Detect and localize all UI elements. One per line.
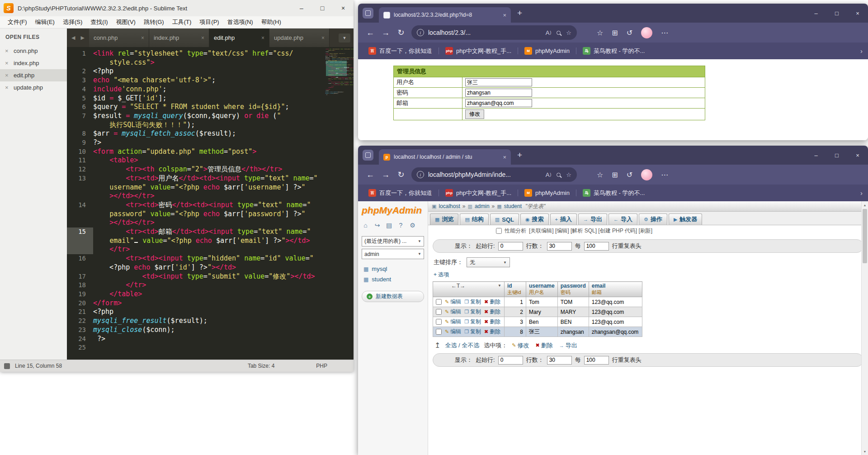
- bookmark-item[interactable]: phpphp中文网-教程_手...: [441, 187, 515, 199]
- pma-tab-search[interactable]: ◉搜索: [520, 213, 549, 225]
- query-window-icon[interactable]: ▤: [385, 221, 393, 229]
- bookmark-item[interactable]: phpphp中文网-教程_手...: [441, 45, 515, 57]
- bookmark-item[interactable]: 鸟菜鸟教程 - 学的不...: [579, 45, 649, 57]
- database-select[interactable]: admin ▼: [362, 249, 424, 259]
- editor-tab[interactable]: index.php×: [149, 28, 209, 47]
- code-line[interactable]: 23mysqli_close($conn);: [326, 93, 354, 94]
- code-line[interactable]: 执行SQL语句失败！！！");: [67, 121, 325, 130]
- menu-item[interactable]: 编辑(E): [31, 18, 59, 26]
- start-row-input[interactable]: [498, 356, 523, 365]
- code-line[interactable]: </tr>: [326, 80, 354, 81]
- code-line[interactable]: 5$id = $_GET['id'];: [67, 94, 325, 103]
- row-action-edit[interactable]: ✎编辑: [445, 318, 461, 326]
- code-line[interactable]: 5$id = $_GET['id'];: [326, 56, 354, 57]
- settings-icon[interactable]: ⚙: [409, 221, 416, 229]
- code-line[interactable]: 16 <tr><td><input type="hidden" name="id…: [326, 81, 354, 83]
- row-count-input[interactable]: [547, 242, 572, 251]
- options-toggle[interactable]: + 选项: [428, 269, 868, 280]
- column-visibility-dropdown-icon[interactable]: ▼: [498, 283, 501, 288]
- forward-button[interactable]: →: [378, 28, 393, 38]
- code-line[interactable]: 4include'conn.php';: [326, 54, 354, 56]
- recent-tables-select[interactable]: (最近使用的表) ... ▼: [362, 236, 424, 246]
- sidebar-db-item[interactable]: ▦student: [362, 274, 424, 284]
- add-favorite-icon[interactable]: ☆: [566, 171, 571, 178]
- new-table-button[interactable]: + 新建数据表: [362, 291, 424, 302]
- code-line[interactable]: email" value="<?php echo $arr['email'] ?…: [67, 237, 325, 246]
- minimize-button[interactable]: –: [291, 0, 312, 16]
- row-action-delete[interactable]: ✖删除: [484, 298, 500, 306]
- editor-tab[interactable]: conn.php×: [89, 28, 149, 47]
- tab-actions-icon[interactable]: [363, 8, 373, 19]
- menu-item[interactable]: 项目(P): [195, 18, 223, 26]
- favorites-icon[interactable]: ☆: [597, 171, 603, 179]
- code-line[interactable]: 24 ?>: [326, 94, 354, 95]
- close-button[interactable]: ×: [847, 4, 868, 23]
- open-file-item[interactable]: ×conn.php: [0, 45, 67, 57]
- password-input[interactable]: [465, 89, 532, 97]
- code-line[interactable]: style.css">: [326, 50, 354, 51]
- tab-size-indicator[interactable]: Tab Size: 4: [248, 363, 274, 369]
- repeat-header-input[interactable]: [584, 356, 609, 365]
- new-tab-button[interactable]: +: [517, 150, 522, 160]
- collections-icon[interactable]: ⊞: [612, 28, 618, 37]
- code-line[interactable]: 21<?php: [326, 90, 354, 91]
- username-input[interactable]: [465, 78, 532, 86]
- vertical-scrollbar[interactable]: ▲ ▼: [861, 201, 868, 455]
- close-tab-icon[interactable]: ×: [319, 35, 325, 41]
- code-line[interactable]: 15 <tr><td>邮箱</td><td><input type="text"…: [326, 77, 354, 78]
- pma-tab-triggers[interactable]: ▶触发器: [669, 213, 702, 225]
- start-row-input[interactable]: [498, 242, 523, 251]
- site-info-icon[interactable]: i: [417, 171, 424, 178]
- bulk-action-delete[interactable]: ✖删除: [535, 341, 552, 350]
- code-line[interactable]: 21<?php: [67, 308, 325, 317]
- history-icon[interactable]: ↺: [627, 28, 632, 37]
- bookmark-item[interactable]: 百百度一下，你就知道: [364, 187, 436, 199]
- close-button[interactable]: ×: [333, 0, 354, 16]
- tab-overflow-icon[interactable]: ▼: [339, 33, 350, 43]
- code-line[interactable]: ></td></tr>: [67, 218, 325, 228]
- close-file-icon[interactable]: ×: [5, 47, 9, 54]
- row-checkbox[interactable]: [436, 319, 442, 325]
- code-line[interactable]: 4include'conn.php';: [67, 85, 325, 94]
- code-line[interactable]: 1<link rel="stylesheet" type="text/css" …: [67, 49, 325, 58]
- code-line[interactable]: 11 <table>: [67, 156, 325, 165]
- bulk-action-export[interactable]: →导出: [559, 341, 577, 350]
- collections-icon[interactable]: ⊞: [612, 171, 618, 179]
- row-checkbox[interactable]: [436, 309, 442, 315]
- close-tab-icon[interactable]: ×: [138, 35, 144, 41]
- scroll-up-icon[interactable]: ▲: [862, 201, 868, 209]
- row-count-input[interactable]: [547, 356, 572, 365]
- menu-item[interactable]: 首选项(N): [223, 18, 257, 26]
- modify-button[interactable]: 修改: [465, 109, 484, 119]
- code-line[interactable]: 22mysqli_free_result($result);: [67, 317, 325, 326]
- bookmarks-overflow-icon[interactable]: ›: [860, 47, 863, 55]
- column-header[interactable]: email邮箱: [589, 282, 642, 297]
- code-line[interactable]: 8$arr = mysqli_fetch_assoc($result);: [67, 129, 325, 138]
- menu-item[interactable]: 查找(I): [86, 18, 112, 26]
- code-line[interactable]: 15 <tr><td>邮箱</td><td><input type="text"…: [67, 228, 325, 237]
- pma-tab-operations[interactable]: ⚙操作: [639, 213, 667, 225]
- code-line[interactable]: <?php echo $arr['id'] ?>"></td>: [67, 263, 325, 272]
- code-line[interactable]: 20</form>: [67, 299, 325, 308]
- zoom-icon[interactable]: [557, 173, 561, 177]
- row-action-delete[interactable]: ✖删除: [484, 318, 500, 326]
- code-line[interactable]: 20</form>: [326, 88, 354, 90]
- breadcrumb-table[interactable]: student: [504, 203, 522, 209]
- code-line[interactable]: 19 </table>: [326, 87, 354, 88]
- docs-icon[interactable]: ?: [397, 221, 405, 229]
- column-header[interactable]: password密码: [557, 282, 589, 297]
- address-bar[interactable]: i localhost/phpMyAdmin/inde... A) ☆: [411, 167, 577, 182]
- profile-avatar[interactable]: [641, 27, 652, 38]
- pma-tab-insert[interactable]: +插入: [550, 213, 577, 225]
- code-line[interactable]: 14 <tr><td>密码</td><td><input type="text"…: [67, 201, 325, 210]
- new-tab-button[interactable]: +: [517, 8, 522, 18]
- refresh-button[interactable]: ↻: [393, 28, 409, 38]
- pma-tab-export[interactable]: →导出: [578, 213, 607, 225]
- code-line[interactable]: 22mysqli_free_result($result);: [326, 91, 354, 93]
- close-file-icon[interactable]: ×: [5, 60, 9, 66]
- add-favorite-icon[interactable]: ☆: [566, 29, 571, 36]
- sidebar-db-item[interactable]: ▦mysql: [362, 264, 424, 274]
- code-line[interactable]: 18 </tr>: [326, 85, 354, 87]
- bulk-action-edit[interactable]: ✎修改: [512, 341, 529, 350]
- code-line[interactable]: </tr>: [67, 245, 325, 254]
